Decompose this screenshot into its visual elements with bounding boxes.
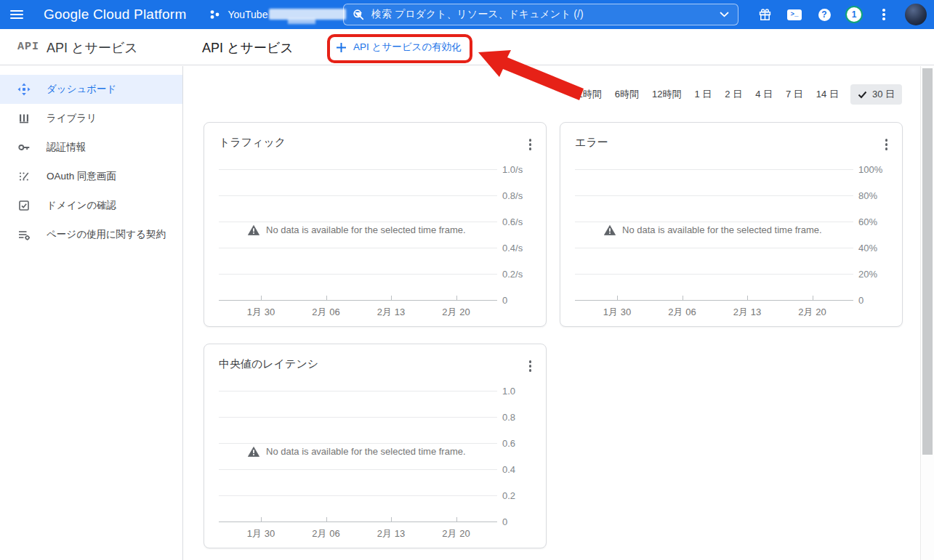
y-gridline: 0.8/s: [219, 195, 497, 196]
oauth-consent-icon: [17, 170, 31, 183]
axis-tick: [326, 517, 327, 522]
key-icon: [17, 141, 31, 154]
axis-tick: [261, 296, 262, 301]
cloud-shell-icon[interactable]: >_: [786, 6, 803, 23]
x-axis-label: 2月 13: [733, 306, 761, 319]
help-icon[interactable]: ?: [816, 6, 833, 23]
y-axis-label: 0.4: [502, 464, 515, 475]
redacted-project-id: [269, 9, 346, 20]
sidebar-item-label: OAuth 同意画面: [47, 170, 116, 183]
x-axis-label: 1月 30: [603, 306, 631, 319]
sidebar-section-title: API とサービス: [47, 39, 138, 57]
y-axis-label: 0.8: [502, 412, 515, 423]
y-axis-label: 20%: [858, 269, 877, 280]
y-gridline: 0.2: [219, 495, 497, 496]
y-axis-label: 40%: [858, 243, 877, 253]
no-data-row: No data is available for the selected ti…: [604, 224, 822, 235]
y-gridline: 1.0: [219, 391, 497, 391]
chart-card: トラフィック No data is available for the sele…: [204, 122, 547, 327]
x-axis-label: 2月 13: [377, 306, 405, 319]
more-options-icon[interactable]: [526, 136, 535, 153]
y-gridline: 40%: [575, 248, 853, 248]
enable-apis-button[interactable]: API とサービスの有効化: [336, 38, 462, 56]
y-axis-label: 0.6: [502, 438, 515, 449]
y-gridline: 0.8: [219, 417, 497, 418]
y-axis-label: 1.0/s: [502, 164, 523, 175]
y-gridline: 0.4: [219, 469, 497, 470]
time-range-option[interactable]: 2 日: [723, 85, 744, 104]
no-data-row: No data is available for the selected ti…: [248, 446, 466, 457]
time-range-option[interactable]: 7 日: [784, 85, 805, 104]
y-axis-label: 80%: [858, 190, 877, 201]
notifications-badge[interactable]: 1: [845, 6, 863, 23]
sidebar-item-label: ドメインの確認: [47, 199, 116, 212]
topbar-icon-group: >_ ? 1: [756, 0, 927, 29]
axis-tick: [326, 296, 327, 301]
avatar[interactable]: [905, 4, 927, 25]
hamburger-menu-icon[interactable]: [0, 0, 33, 29]
y-gridline: 0.2/s: [219, 274, 497, 275]
y-axis-label: 0: [502, 295, 507, 306]
y-gridline: 0.6/s: [219, 222, 497, 222]
time-range-option[interactable]: 6時間: [613, 85, 640, 104]
scrollbar-thumb[interactable]: [922, 68, 933, 455]
no-data-message: No data is available for the selected ti…: [622, 224, 822, 235]
time-range-option[interactable]: 1 日: [693, 85, 713, 104]
sidebar-item-label: 認証情報: [47, 141, 86, 154]
no-data-row: No data is available for the selected ti…: [248, 224, 466, 235]
time-range-option[interactable]: 1時間: [576, 85, 603, 104]
no-data-message: No data is available for the selected ti…: [266, 224, 466, 235]
time-range-option[interactable]: 12時間: [651, 85, 683, 104]
chart-plot-area: No data is available for the selected ti…: [219, 391, 497, 545]
x-axis-label: 2月 20: [442, 527, 470, 540]
page-title: API とサービス: [202, 39, 294, 57]
sidebar-item-label: ダッシュボード: [47, 83, 116, 96]
chevron-down-icon[interactable]: [720, 12, 729, 17]
sidebar-item-credentials[interactable]: 認証情報: [0, 133, 182, 162]
y-gridline: 1.0/s: [219, 169, 497, 170]
time-range-option-selected[interactable]: 30 日: [850, 84, 902, 105]
chart-title: エラー: [575, 136, 608, 150]
x-axis-label: 2月 20: [798, 306, 826, 319]
more-vert-icon[interactable]: [875, 6, 893, 23]
time-range-selector: 1時間 6時間 12時間 1 日 2 日 4 日 7 日 14 日 30 日: [576, 84, 902, 105]
axis-tick: [813, 296, 813, 301]
warning-icon: [248, 447, 259, 457]
project-selector[interactable]: YouTube: [209, 9, 362, 20]
y-axis-label: 0.2: [502, 490, 515, 501]
axis-tick: [747, 296, 748, 301]
sidebar: ダッシュボード ライブラリ 認証情報 OAuth 同意画面 ドメインの確認 ペー…: [0, 66, 183, 560]
gift-icon[interactable]: [756, 6, 773, 23]
y-gridline: 0.4/s: [219, 248, 497, 248]
domain-check-icon: [17, 199, 31, 212]
y-axis-label: 1.0: [502, 386, 515, 397]
dashboard-icon: [17, 83, 31, 96]
selected-range-label: 30 日: [872, 88, 895, 101]
y-axis-label: 0.6/s: [502, 216, 523, 227]
page-header: API API とサービス API とサービス API とサービスの有効化: [0, 29, 934, 65]
more-options-icon[interactable]: [526, 357, 535, 375]
time-range-option[interactable]: 4 日: [754, 85, 774, 104]
sidebar-item-library[interactable]: ライブラリ: [0, 104, 182, 133]
chart-card: エラー No data is available for the selecte…: [560, 122, 903, 327]
no-data-message: No data is available for the selected ti…: [266, 446, 466, 457]
x-axis-label: 2月 06: [312, 306, 339, 319]
top-app-bar: Google Cloud Platform YouTube 検索 プロダクト、リ…: [0, 0, 934, 29]
search-input[interactable]: 検索 プロダクト、リソース、ドキュメント (/): [343, 4, 738, 25]
sidebar-item-domain-verification[interactable]: ドメインの確認: [0, 191, 182, 220]
sidebar-item-label: ページの使用に関する契約: [47, 228, 166, 241]
search-placeholder: 検索 プロダクト、リソース、ドキュメント (/): [371, 8, 720, 21]
sidebar-item-oauth-consent[interactable]: OAuth 同意画面: [0, 162, 182, 191]
product-logo[interactable]: Google Cloud Platform: [44, 7, 186, 23]
y-axis-label: 0.8/s: [502, 190, 523, 201]
sidebar-item-page-agreements[interactable]: ページの使用に関する契約: [0, 220, 182, 249]
time-range-option[interactable]: 14 日: [815, 85, 840, 104]
axis-tick: [617, 296, 618, 301]
sidebar-item-dashboard[interactable]: ダッシュボード: [0, 75, 182, 104]
chart-plot-area: No data is available for the selected ti…: [575, 169, 853, 323]
y-axis-label: 0.2/s: [502, 269, 523, 280]
chart-plot-area: No data is available for the selected ti…: [219, 169, 497, 323]
y-gridline: 0.6: [219, 443, 497, 444]
warning-icon: [604, 225, 616, 235]
more-options-icon[interactable]: [882, 136, 891, 153]
